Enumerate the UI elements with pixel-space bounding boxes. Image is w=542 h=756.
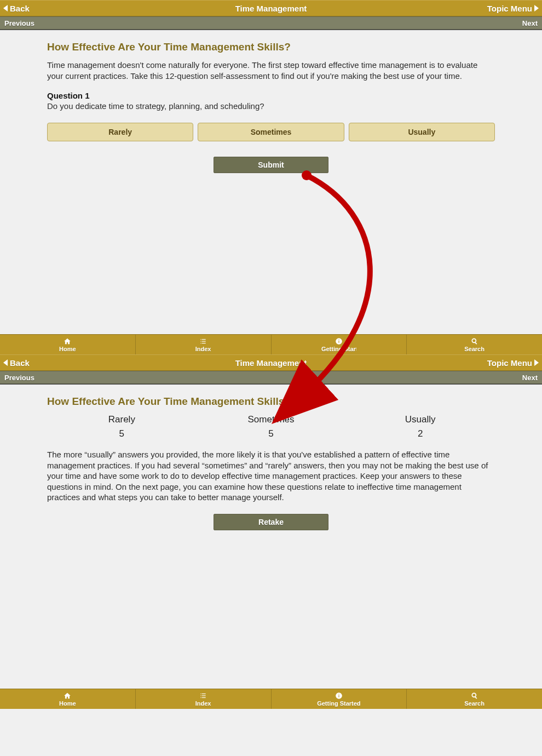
svg-rect-10 bbox=[475, 342, 477, 345]
svg-rect-7 bbox=[338, 340, 339, 342]
bottom-nav: Home Index Getting Started Search bbox=[0, 334, 542, 354]
svg-rect-1 bbox=[202, 339, 206, 339]
home-icon bbox=[64, 692, 71, 700]
question-number: Question 1 bbox=[47, 91, 495, 100]
result-value: 5 bbox=[197, 428, 346, 439]
page-title: Time Management bbox=[0, 4, 542, 13]
nav-search[interactable]: Search bbox=[406, 335, 542, 354]
svg-rect-3 bbox=[202, 341, 206, 341]
pager-bar: Previous Next bbox=[0, 371, 542, 384]
nav-index[interactable]: Index bbox=[135, 335, 271, 354]
answer-options: Rarely Sometimes Usually bbox=[47, 123, 495, 141]
back-label: Back bbox=[10, 358, 30, 368]
nav-search[interactable]: Search bbox=[406, 689, 542, 709]
svg-rect-15 bbox=[200, 697, 201, 697]
search-icon bbox=[471, 692, 478, 700]
nav-home[interactable]: Home bbox=[0, 689, 135, 709]
content-area: How Effective Are Your Time Management S… bbox=[0, 30, 542, 173]
retake-button[interactable]: Retake bbox=[214, 514, 328, 530]
topic-menu-label: Topic Menu bbox=[487, 4, 532, 13]
list-icon bbox=[199, 692, 207, 700]
back-button[interactable]: Back bbox=[3, 358, 30, 368]
screen-results: Back Time Management Topic Menu Previous… bbox=[0, 354, 542, 709]
content-area: How Effective Are Your Time Management S… bbox=[0, 385, 542, 530]
topic-menu-label: Topic Menu bbox=[487, 358, 532, 368]
result-col-usually: Usually 2 bbox=[345, 414, 495, 439]
result-label: Rarely bbox=[47, 414, 197, 425]
option-rarely[interactable]: Rarely bbox=[47, 123, 193, 141]
svg-rect-5 bbox=[202, 342, 206, 343]
info-icon bbox=[335, 337, 343, 345]
submit-button[interactable]: Submit bbox=[214, 157, 328, 173]
svg-rect-19 bbox=[338, 694, 339, 694]
svg-rect-18 bbox=[338, 695, 339, 697]
svg-rect-11 bbox=[200, 693, 201, 694]
nav-index[interactable]: Index bbox=[135, 689, 271, 709]
topic-menu-button[interactable]: Topic Menu bbox=[487, 4, 539, 13]
svg-rect-14 bbox=[202, 695, 206, 696]
feedback-text: The more “usually” answers you provided,… bbox=[47, 449, 495, 503]
svg-rect-0 bbox=[200, 339, 201, 339]
option-usually[interactable]: Usually bbox=[349, 123, 495, 141]
list-icon bbox=[199, 337, 207, 345]
title-bar: Back Time Management Topic Menu bbox=[0, 0, 542, 16]
chevron-right-icon bbox=[534, 5, 539, 12]
page-title: Time Management bbox=[0, 358, 542, 368]
back-button[interactable]: Back bbox=[3, 4, 30, 13]
chevron-left-icon bbox=[3, 5, 8, 12]
nav-getting-started[interactable]: Getting Started bbox=[271, 335, 407, 354]
intro-text: Time management doesn't come naturally f… bbox=[47, 60, 495, 81]
svg-rect-12 bbox=[202, 693, 206, 694]
next-button[interactable]: Next bbox=[522, 19, 538, 27]
nav-getting-started[interactable]: Getting Started bbox=[271, 689, 407, 709]
svg-rect-4 bbox=[200, 342, 201, 343]
topic-menu-button[interactable]: Topic Menu bbox=[487, 358, 539, 368]
previous-button[interactable]: Previous bbox=[4, 374, 34, 382]
content-heading: How Effective Are Your Time Management S… bbox=[47, 41, 495, 53]
search-icon bbox=[471, 337, 478, 345]
svg-rect-21 bbox=[475, 696, 477, 699]
svg-rect-8 bbox=[338, 339, 339, 340]
svg-rect-2 bbox=[200, 341, 201, 341]
option-sometimes[interactable]: Sometimes bbox=[198, 123, 344, 141]
result-label: Sometimes bbox=[197, 414, 346, 425]
title-bar: Back Time Management Topic Menu bbox=[0, 354, 542, 371]
next-button[interactable]: Next bbox=[522, 374, 538, 382]
nav-home[interactable]: Home bbox=[0, 335, 135, 354]
pager-bar: Previous Next bbox=[0, 16, 542, 30]
home-icon bbox=[64, 337, 71, 345]
bottom-nav: Home Index Getting Started Search bbox=[0, 689, 542, 709]
results-table: Rarely 5 Sometimes 5 Usually 2 bbox=[47, 414, 495, 439]
question-text: Do you dedicate time to strategy, planni… bbox=[47, 101, 495, 111]
result-value: 5 bbox=[47, 428, 197, 439]
svg-rect-16 bbox=[202, 697, 206, 697]
info-icon bbox=[335, 692, 343, 700]
content-heading: How Effective Are Your Time Management S… bbox=[47, 396, 495, 408]
result-value: 2 bbox=[345, 428, 495, 439]
chevron-left-icon bbox=[3, 359, 8, 366]
back-label: Back bbox=[10, 4, 30, 13]
screen-quiz: Back Time Management Topic Menu Previous… bbox=[0, 0, 542, 354]
svg-rect-13 bbox=[200, 695, 201, 696]
result-label: Usually bbox=[345, 414, 495, 425]
chevron-right-icon bbox=[534, 359, 539, 366]
previous-button[interactable]: Previous bbox=[4, 19, 34, 27]
result-col-sometimes: Sometimes 5 bbox=[197, 414, 346, 439]
result-col-rarely: Rarely 5 bbox=[47, 414, 197, 439]
